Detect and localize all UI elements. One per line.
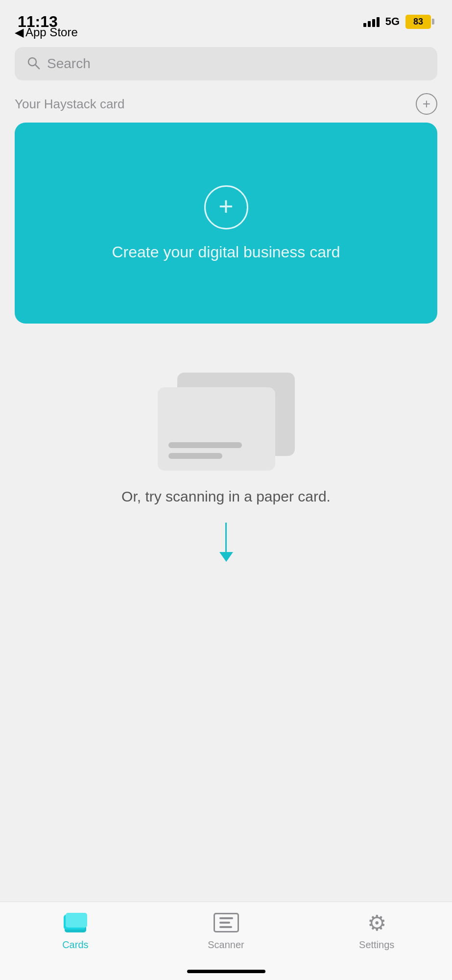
battery-level: 83 <box>405 15 431 29</box>
signal-bars <box>363 16 380 27</box>
signal-bar-2 <box>368 21 371 27</box>
create-card-area[interactable]: + Create your digital business card <box>15 123 437 324</box>
tab-cards-label: Cards <box>62 939 88 951</box>
search-icon <box>26 56 40 72</box>
tab-cards[interactable]: Cards <box>0 910 151 951</box>
tab-settings[interactable]: ⚙ Settings <box>301 910 452 951</box>
scanner-icon <box>214 913 239 932</box>
back-nav[interactable]: ◀ App Store <box>15 25 78 39</box>
add-card-button[interactable]: + <box>416 93 437 115</box>
create-card-label: Create your digital business card <box>112 243 340 261</box>
signal-bar-1 <box>363 23 366 27</box>
card-front <box>158 387 275 471</box>
search-placeholder: Search <box>47 56 91 72</box>
signal-bar-3 <box>372 19 375 27</box>
gear-icon: ⚙ <box>367 910 386 935</box>
svg-line-1 <box>36 65 40 69</box>
battery-indicator: 83 <box>405 15 434 29</box>
card-layer-3 <box>66 913 87 928</box>
battery-tip <box>432 19 434 25</box>
arrow-head <box>219 552 233 562</box>
cards-tab-icon-area <box>63 910 88 935</box>
back-label: App Store <box>25 25 78 39</box>
empty-state: Or, try scanning in a paper card. <box>0 324 452 591</box>
signal-bar-4 <box>377 17 380 27</box>
svg-point-0 <box>28 58 36 66</box>
tab-settings-label: Settings <box>359 939 394 951</box>
create-plus-circle: + <box>204 185 248 229</box>
settings-tab-icon-area: ⚙ <box>364 910 389 935</box>
scanner-line-2 <box>219 922 230 924</box>
search-container: Search <box>0 39 452 88</box>
search-bar[interactable]: Search <box>15 47 437 80</box>
status-bar: 11:13 ◀ App Store 5G 83 <box>0 0 452 39</box>
arrow-line <box>225 523 227 552</box>
scanner-tab-icon-area <box>214 910 239 935</box>
card-line-1 <box>168 442 242 448</box>
home-indicator <box>187 970 265 973</box>
haystack-section-title: Your Haystack card <box>15 97 124 112</box>
scan-prompt: Or, try scanning in a paper card. <box>121 488 331 505</box>
scanner-line-1 <box>219 917 233 919</box>
status-right: 5G 83 <box>363 15 434 29</box>
create-plus-icon: + <box>218 194 233 219</box>
tab-bar: Cards Scanner ⚙ Settings <box>0 902 452 980</box>
section-header: Your Haystack card + <box>0 88 452 123</box>
back-arrow-icon: ◀ <box>15 25 24 39</box>
scanner-lines <box>219 917 233 928</box>
network-label: 5G <box>385 15 400 28</box>
paper-card-illustration <box>158 373 295 471</box>
down-arrow-icon <box>219 523 233 562</box>
scanner-line-3 <box>219 926 232 928</box>
tab-scanner-label: Scanner <box>208 939 244 951</box>
cards-icon <box>64 913 87 932</box>
tab-scanner[interactable]: Scanner <box>151 910 302 951</box>
card-line-2 <box>168 453 222 459</box>
